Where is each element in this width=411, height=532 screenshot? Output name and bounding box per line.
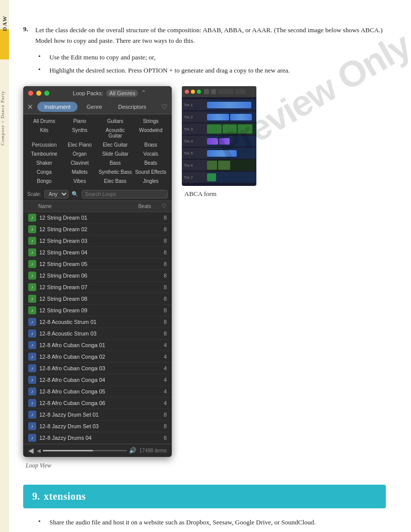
filter-all-drums[interactable]: All Drums — [27, 117, 61, 125]
track-5-content[interactable] — [207, 148, 256, 159]
daw-max-btn[interactable] — [197, 90, 201, 94]
list-item[interactable]: ♪ 12-8 Acoustic Strum 03 8 — [23, 328, 172, 340]
filter-synths[interactable]: Synths — [63, 126, 97, 140]
filter-slide-guitar[interactable]: Slide Guitar — [98, 150, 132, 158]
list-item[interactable]: ♪ 12-8 Afro Cuban Conga 06 4 — [23, 397, 172, 409]
filter-jingles[interactable]: Jingles — [134, 177, 168, 185]
track-5-label: Trk 5 — [182, 148, 207, 159]
list-item[interactable]: ♪ 12-8 Afro Cuban Conga 02 4 — [23, 351, 172, 363]
filter-brass[interactable]: Brass — [134, 141, 168, 149]
tab-instrument[interactable]: Instrument — [37, 102, 78, 112]
list-item[interactable]: ♪ 12 String Dream 01 8 — [23, 212, 172, 224]
filter-synthetic-bass[interactable]: Synthetic Bass — [98, 168, 132, 176]
list-item[interactable]: ♪ 12 String Dream 04 8 — [23, 247, 172, 258]
daw-track-2: Trk 2 — [182, 111, 256, 122]
row-icon-15: ♪ — [28, 376, 36, 384]
filter-bass[interactable]: Bass — [98, 159, 132, 167]
filter-elec-guitar[interactable]: Elec Guitar — [98, 141, 132, 149]
play-button[interactable]: ◀ — [28, 446, 34, 455]
row-beats-18: 8 — [157, 412, 167, 418]
sidebar-subtitle: Compose + Dance Party — [0, 91, 9, 146]
row-beats-16: 4 — [157, 388, 167, 394]
list-item[interactable]: ♪ 12-8 Afro Cuban Conga 04 4 — [23, 374, 172, 386]
filter-clavinet[interactable]: Clavinet — [63, 159, 97, 167]
daw-close-btn[interactable] — [185, 90, 189, 94]
filter-sound-effects[interactable]: Sound Effects — [134, 168, 168, 176]
heart-icon[interactable]: ♡ — [161, 103, 168, 111]
filter-elec-bass[interactable]: Elec Bass — [98, 177, 132, 185]
list-item[interactable]: ♪ 12-8 Afro Cuban Conga 01 4 — [23, 340, 172, 351]
close-button[interactable] — [28, 91, 33, 96]
list-item[interactable]: ♪ 12-8 Acoustic Strum 01 8 — [23, 316, 172, 328]
tab-genre[interactable]: Genre — [80, 102, 109, 112]
screenshots-row: Loop Packs: All Genres ⌃ ✕ Instrument Ge… — [23, 86, 386, 457]
list-item[interactable]: ♪ 12 String Dream 07 8 — [23, 282, 172, 293]
row-name-2: 12 String Dream 02 — [39, 226, 157, 232]
list-item[interactable]: ♪ 12-8 Afro Cuban Conga 03 4 — [23, 363, 172, 374]
beats-col-header: Beats — [138, 204, 151, 209]
list-item[interactable]: ♪ 12-8 Jazzy Drums 04 8 — [23, 432, 172, 444]
bullet-dot-1: • — [38, 52, 45, 60]
track-3-content[interactable] — [207, 123, 256, 135]
filter-beats[interactable]: Beats — [134, 159, 168, 167]
row-name-4: 12 String Dream 04 — [39, 249, 157, 255]
track-1-label: Trk 1 — [182, 99, 207, 110]
maximize-button[interactable] — [44, 91, 49, 96]
row-icon-12: ♪ — [28, 341, 36, 349]
filter-percussion[interactable]: Percussion — [27, 141, 61, 149]
list-item[interactable]: ♪ 12-8 Jazzy Drum Set 03 8 — [23, 421, 172, 432]
list-item[interactable]: ♪ 12 String Dream 05 8 — [23, 258, 172, 270]
slider-track — [43, 450, 127, 451]
filter-kits[interactable]: Kits — [27, 126, 61, 140]
search-input[interactable] — [82, 190, 168, 198]
waveform-block-3a — [207, 124, 222, 134]
row-icon-10: ♪ — [28, 318, 36, 326]
filter-elec-piano[interactable]: Elec Piano — [63, 141, 97, 149]
list-item[interactable]: ♪ 12-8 Afro Cuban Conga 05 4 — [23, 386, 172, 397]
row-beats-2: 8 — [157, 226, 167, 232]
filter-guitars[interactable]: Guitars — [98, 117, 132, 125]
track-7-label: Trk 7 — [182, 172, 207, 183]
filter-vibes[interactable]: Vibes — [63, 177, 97, 185]
track-5-waveform — [207, 148, 256, 159]
svg-rect-0 — [204, 89, 209, 94]
row-beats-12: 4 — [157, 342, 167, 348]
waveform-block-3c — [238, 124, 252, 134]
list-item[interactable]: ♪ 12-8 Jazzy Drum Set 01 8 — [23, 409, 172, 421]
track-1-content[interactable] — [207, 99, 256, 110]
close-x-icon[interactable]: ✕ — [27, 103, 33, 111]
filter-organ[interactable]: Organ — [63, 150, 97, 158]
minimize-button[interactable] — [36, 91, 41, 96]
track-2-content[interactable] — [207, 111, 256, 122]
list-item[interactable]: ♪ 12 String Dream 06 8 — [23, 270, 172, 282]
list-item[interactable]: ♪ 12 String Dream 02 8 — [23, 224, 172, 235]
row-icon-14: ♪ — [28, 364, 36, 372]
filter-piano[interactable]: Piano — [63, 117, 97, 125]
list-item[interactable]: ♪ 12 String Dream 08 8 — [23, 293, 172, 305]
row-name-17: 12-8 Afro Cuban Conga 06 — [39, 400, 157, 406]
tab-descriptors[interactable]: Descriptors — [111, 102, 154, 112]
scale-select[interactable]: Any — [44, 190, 68, 198]
list-item[interactable]: ♪ 12 String Dream 03 8 — [23, 235, 172, 247]
loop-view-label: Loop View — [26, 462, 386, 470]
filter-vocals[interactable]: Vocals — [134, 150, 168, 158]
track-6-content[interactable] — [207, 160, 256, 171]
daw-min-btn[interactable] — [191, 90, 195, 94]
track-3-waveform — [207, 123, 256, 135]
filter-mallets[interactable]: Mallets — [63, 168, 97, 176]
track-4-content[interactable] — [207, 136, 256, 147]
genre-badge[interactable]: All Genres — [106, 90, 138, 97]
row-beats-1: 8 — [157, 215, 167, 221]
filter-bongo[interactable]: Bongo — [27, 177, 61, 185]
filter-strings[interactable]: Strings — [134, 117, 168, 125]
volume-slider[interactable]: ◀ 🔊 — [37, 447, 136, 454]
waveform-block-1 — [207, 102, 251, 108]
filter-shaker[interactable]: Shaker — [27, 159, 61, 167]
filter-woodwind[interactable]: Woodwind — [134, 126, 168, 140]
filter-acoustic-guitar[interactable]: Acoustic Guitar — [98, 126, 132, 140]
track-7-content[interactable] — [207, 172, 256, 183]
filter-conga[interactable]: Conga — [27, 168, 61, 176]
filter-tambourine[interactable]: Tambourine — [27, 150, 61, 158]
row-beats-14: 4 — [157, 365, 167, 371]
list-item[interactable]: ♪ 12 String Dream 09 8 — [23, 305, 172, 316]
